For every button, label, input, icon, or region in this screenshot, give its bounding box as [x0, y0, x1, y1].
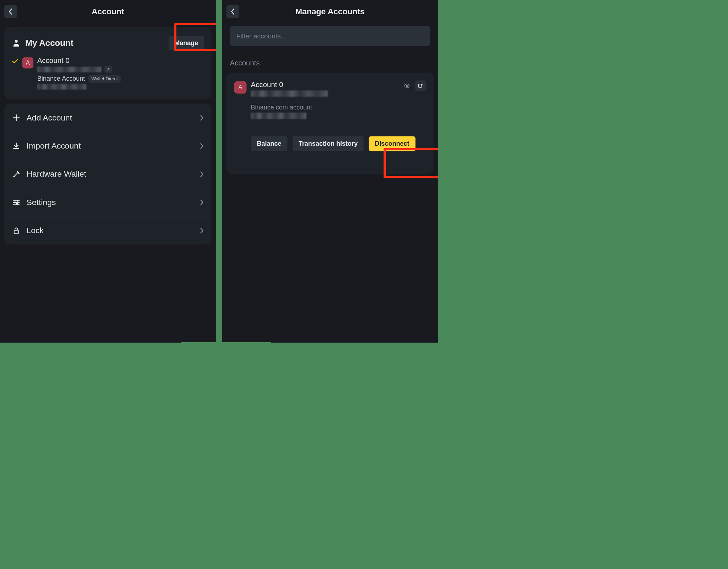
menu-label: Lock	[27, 226, 44, 235]
binance-account-label: Binance Account	[37, 75, 85, 82]
page-title: Manage Accounts	[222, 7, 438, 16]
svg-rect-2	[17, 200, 18, 202]
my-account-title: My Account	[25, 38, 73, 48]
binance-com-label: Binance.com account	[251, 104, 426, 111]
rename-account-button[interactable]	[415, 80, 426, 91]
hide-account-button[interactable]	[402, 80, 412, 91]
person-icon	[12, 39, 21, 47]
sliders-icon	[12, 198, 20, 206]
filter-accounts-input[interactable]	[230, 26, 430, 46]
menu-list: Add Account Import Account Hardware Wall…	[4, 104, 212, 245]
chevron-right-icon	[200, 171, 204, 177]
svg-rect-4	[16, 203, 18, 205]
hardware-wallet-item[interactable]: Hardware Wallet	[4, 160, 212, 188]
account-row[interactable]: A Account 0 Binance Account Wallet Direc…	[12, 57, 204, 91]
back-button[interactable]	[4, 5, 17, 18]
settings-item[interactable]: Settings	[4, 188, 212, 216]
disconnect-highlight	[384, 148, 438, 178]
account-header: Account	[0, 0, 216, 23]
svg-point-1	[14, 176, 15, 177]
disconnect-button[interactable]: Disconnect	[369, 136, 415, 151]
menu-label: Add Account	[27, 113, 72, 122]
chevron-left-icon	[231, 8, 235, 15]
plus-icon	[12, 114, 20, 122]
lock-icon	[12, 227, 20, 235]
redacted-email	[251, 113, 306, 119]
page-title: Account	[0, 7, 216, 16]
chevron-right-icon	[200, 199, 204, 205]
manage-accounts-panel: Manage Accounts Accounts A Account 0	[222, 0, 438, 342]
account-name: Account 0	[37, 57, 204, 65]
redacted-address	[251, 90, 328, 97]
download-icon	[12, 142, 20, 150]
selected-check-icon	[12, 59, 18, 64]
add-account-item[interactable]: Add Account	[4, 104, 212, 132]
open-external-icon[interactable]	[105, 66, 112, 74]
menu-label: Import Account	[27, 141, 81, 151]
menu-label: Settings	[27, 198, 56, 207]
redacted-info	[37, 84, 86, 90]
svg-point-8	[421, 84, 423, 86]
account-avatar: A	[22, 57, 33, 68]
edit-icon	[418, 83, 423, 88]
wallet-direct-badge: Wallet Direct	[88, 75, 122, 83]
accounts-section-label: Accounts	[222, 52, 438, 70]
account-avatar: A	[234, 81, 247, 94]
import-account-item[interactable]: Import Account	[4, 132, 212, 160]
svg-point-0	[15, 40, 18, 43]
chevron-right-icon	[200, 143, 204, 149]
back-button[interactable]	[226, 5, 239, 18]
usb-icon	[12, 170, 20, 178]
chevron-left-icon	[9, 8, 13, 15]
manage-account-card: A Account 0 Binance.com account Balanc	[226, 73, 434, 174]
account-panel: Account My Account Manage A Account 0	[0, 0, 216, 342]
chevron-right-icon	[200, 227, 204, 233]
redacted-address	[37, 67, 101, 73]
my-account-card: My Account Manage A Account 0 Binance Ac…	[4, 27, 212, 100]
account-name: Account 0	[251, 80, 328, 88]
svg-rect-3	[14, 202, 16, 203]
eye-off-icon	[404, 83, 410, 89]
manage-header: Manage Accounts	[222, 0, 438, 23]
manage-button[interactable]: Manage	[169, 36, 204, 50]
menu-label: Hardware Wallet	[27, 170, 86, 179]
svg-rect-5	[14, 230, 18, 234]
lock-item[interactable]: Lock	[4, 216, 212, 245]
chevron-right-icon	[200, 115, 204, 121]
balance-button[interactable]: Balance	[251, 136, 288, 151]
transaction-history-button[interactable]: Transaction history	[293, 136, 364, 151]
